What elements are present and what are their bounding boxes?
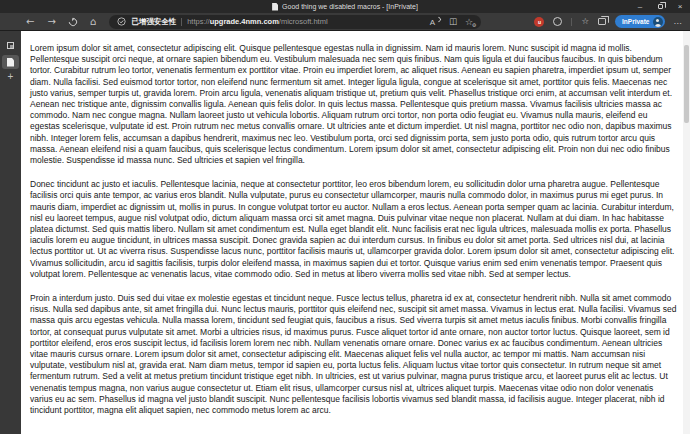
window-title: Good thing we disabled macros - [InPriva… <box>282 3 418 10</box>
url-scheme: https:// <box>187 17 210 26</box>
document-icon <box>7 58 14 67</box>
minimize-button[interactable]: – <box>630 0 650 13</box>
new-tab-button[interactable]: + <box>8 72 14 82</box>
watermark-shape <box>55 417 103 434</box>
enhanced-security-label[interactable]: 已增强安全性 <box>131 17 176 27</box>
window-controls: – × <box>630 0 690 13</box>
back-button[interactable]: ← <box>26 17 34 27</box>
titlebar: Good thing we disabled macros - [InPriva… <box>0 0 690 13</box>
address-bar[interactable]: 已增强安全性 https://upgrade.4nmn.com/microsof… <box>109 15 481 29</box>
collections-button[interactable] <box>598 18 606 25</box>
more-options-button[interactable]: … <box>674 17 683 26</box>
page-content: Lorem ipsum dolor sit amet, consectetur … <box>21 31 690 434</box>
paragraph: Lorem ipsum dolor sit amet, consectetur … <box>30 43 678 166</box>
profile-avatar <box>653 17 663 27</box>
scrollbar-thumb[interactable] <box>684 45 689 123</box>
scrollbar-track[interactable] <box>683 31 690 434</box>
inprivate-badge[interactable]: InPrivate <box>615 15 664 28</box>
restore-icon <box>658 4 663 9</box>
close-button[interactable]: × <box>670 0 690 13</box>
urlbar-actions: A ◫ ☆⚙ <box>430 17 473 27</box>
favorites-hub-button[interactable]: ☆⚙ <box>465 17 473 27</box>
urlbar-divider <box>181 18 182 26</box>
paragraph: Proin a interdum justo. Duis sed dui vit… <box>30 293 678 416</box>
tab-active[interactable] <box>2 55 19 69</box>
tab-background[interactable] <box>2 38 19 52</box>
inprivate-label: InPrivate <box>622 18 649 25</box>
toolbar: ← → ⌂ 已增强安全性 https://upgrade.4nmn.com/mi… <box>0 13 690 31</box>
tab-favicon-icon <box>7 42 14 49</box>
url-text: https://upgrade.4nmn.com/microsoft.html <box>187 17 327 26</box>
gear-icon: ⚙ <box>472 22 476 28</box>
forward-button[interactable]: → <box>47 17 55 27</box>
vertical-tabstrip: + <box>0 31 21 434</box>
page-icon <box>272 3 278 11</box>
restore-button[interactable] <box>650 0 670 13</box>
favorites-star-button[interactable]: ☆ <box>581 17 589 26</box>
url-path: /microsoft.html <box>279 17 328 26</box>
home-button[interactable]: ⌂ <box>90 17 96 27</box>
url-host: upgrade.4nmn.com <box>210 17 279 26</box>
browser-window: Good thing we disabled macros - [InPriva… <box>0 0 690 434</box>
toolbar-divider <box>571 18 572 26</box>
read-aloud-button[interactable]: A <box>430 17 441 27</box>
main-area: + Lorem ipsum dolor sit amet, consectetu… <box>0 31 690 434</box>
title-group: Good thing we disabled macros - [InPriva… <box>272 3 418 11</box>
extension-icon[interactable] <box>553 17 562 26</box>
toolbar-right: u ☆ InPrivate … <box>534 15 682 28</box>
security-shield-icon[interactable] <box>117 17 126 26</box>
paragraph: Donec tincidunt ac justo et iaculis. Pel… <box>30 179 678 280</box>
split-screen-button[interactable]: ◫ <box>449 17 457 26</box>
ublock-extension-icon[interactable]: u <box>534 17 544 27</box>
refresh-button[interactable] <box>67 16 78 27</box>
